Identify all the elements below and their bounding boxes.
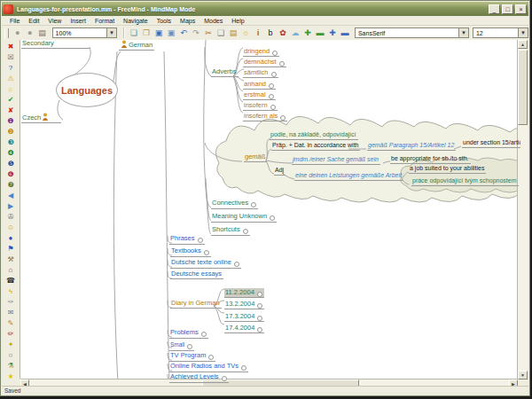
node-czech[interactable]: Czech [21,113,61,123]
maximize-button[interactable]: □ [502,4,513,14]
idea-icon[interactable]: ☼ [5,84,16,95]
italic-button[interactable]: i [252,27,264,39]
magnifier-icon[interactable]: ○ [5,350,16,361]
save-as-button[interactable]: ▣ [165,27,177,39]
scroll-down-icon[interactable]: ▼ [518,371,528,379]
warning-icon[interactable]: ⚠ [5,74,16,84]
prev-map-button[interactable]: ● [12,27,24,39]
zoom-select[interactable]: 100% ▼ [52,27,117,38]
node-adverb-item[interactable]: demnächst [243,51,287,62]
root-node[interactable]: Languages [56,73,118,107]
attach-icon[interactable]: ✇ [5,212,16,223]
priority-5-icon[interactable]: ❺ [5,159,16,169]
node-podle[interactable]: podle, na základě, odpovídající [270,131,358,140]
not-icon[interactable]: ✘ [5,106,16,116]
toolbar-grip[interactable] [4,28,9,38]
menu-item[interactable]: View [43,18,66,24]
cut-button[interactable]: ✂ [202,27,215,39]
idea-button[interactable]: ☼ [239,27,252,39]
vertical-scroll-thumb[interactable] [518,50,528,125]
priority-6-icon[interactable]: ❻ [5,169,16,180]
node-phrases[interactable]: Phrases [169,235,205,245]
node-adverb-item[interactable]: insofern [243,95,287,106]
node-prace[interactable]: práce odpovídající tvým schopnostem [411,177,519,186]
ball-icon[interactable]: ● [5,233,16,244]
node-german[interactable]: German [119,40,154,51]
vertical-scrollbar[interactable]: ▲ ▼ [517,40,528,379]
title-bar[interactable]: Languages-for-presentation.mm - FreeMind… [2,2,528,16]
open-button[interactable]: ❐ [140,27,153,39]
node-diary-date[interactable]: 17.3.2004 [224,306,264,317]
priority-7-icon[interactable]: ❼ [5,180,16,191]
menu-item[interactable]: Maps [176,18,200,24]
redo-button[interactable]: ↷ [190,27,202,39]
node-praep[interactable]: Präp. + Dat. in accordance with [271,142,360,151]
font-size-select[interactable]: 12 ▼ [473,27,528,38]
node-textbooks[interactable]: Textbooks [170,247,211,257]
new-map-button[interactable]: ❏ [128,27,140,39]
menu-item[interactable]: Format [90,18,119,24]
trash-icon[interactable]: ☒ [5,52,16,63]
expand-button[interactable]: ✚ [301,27,314,39]
expand-all-button[interactable]: ✚ [326,27,339,39]
mail-icon[interactable]: ✉ [5,308,16,318]
menu-item[interactable]: File [5,18,24,24]
menu-item[interactable]: Insert [66,18,90,24]
node-online-radios[interactable]: Online Radios and TVs [169,363,248,372]
home-icon[interactable]: ⌂ [5,265,16,276]
node-adverb-item[interactable]: anhand [243,74,287,84]
copy-button[interactable]: ❑ [215,27,227,39]
menu-item[interactable]: Edit [24,18,43,24]
bold-button[interactable]: b [264,27,277,39]
menu-item[interactable]: Help [227,18,248,24]
smiley-icon[interactable]: ☺ [5,223,16,233]
chevron-down-icon[interactable]: ▼ [458,28,468,37]
node-dutsche-texte[interactable]: Dutsche texte online [170,259,241,269]
node-diary-date[interactable]: 11.2.2004 [224,282,264,293]
chevron-down-icon[interactable]: ▼ [106,28,116,37]
node-adverb-item[interactable]: erstmal [243,84,287,95]
remove-icon[interactable]: ✖ [5,42,16,52]
priority-1-icon[interactable]: ❶ [5,116,16,127]
forward-icon[interactable]: ▶ [5,201,16,212]
node-adverb-item[interactable]: insofern als [243,106,287,116]
node-diary[interactable]: Diary in German [170,300,222,309]
paste-button[interactable]: ▤ [227,27,239,39]
menu-item[interactable]: Tools [153,18,176,24]
bookmark-icon[interactable]: ⚑ [5,244,16,254]
collapse-button[interactable]: ▬ [314,27,326,39]
help-icon[interactable]: ? [5,63,16,74]
collapse-all-button[interactable]: ▬ [339,27,351,39]
node-connectives[interactable]: Connectives [211,200,258,209]
node-problems[interactable]: Problems [169,329,208,339]
node-adverb-item[interactable]: dringend [243,41,287,51]
next-map-button[interactable]: ● [24,27,36,39]
menu-item[interactable]: Navigate [119,18,153,24]
node-adverbs[interactable]: Adverbs [211,68,239,77]
node-secondary[interactable]: Secondary [21,40,90,49]
cloud-button[interactable]: ☁ [289,27,301,39]
clip-icon[interactable]: ✑ [5,297,16,308]
pen-icon[interactable]: ✏ [5,329,16,340]
undo-button[interactable]: ↶ [177,27,190,39]
star-icon[interactable]: ★ [5,372,16,382]
node-under-section[interactable]: under section 15/articl [462,139,520,148]
font-select[interactable]: SansSerif ▼ [355,27,469,38]
minimize-button[interactable]: _ [489,4,500,14]
phone-icon[interactable]: ☎ [5,276,16,286]
close-button[interactable]: × [515,4,527,14]
map-canvas[interactable]: Languages Secondary Czech German Adverbs… [20,40,520,383]
yes-icon[interactable]: ✔ [5,95,16,106]
node-jmdm[interactable]: jmdm./einer Sache gemäß sein [292,156,380,165]
menu-item[interactable]: Modes [200,18,227,24]
node-achieved-levels[interactable]: Achieved Levels [169,373,229,383]
priority-4-icon[interactable]: ❹ [5,148,16,159]
scroll-up-icon[interactable]: ▲ [518,40,528,49]
tool-icon[interactable]: ⚒ [5,254,16,265]
node-shortcuts[interactable]: Shortcuts [211,226,250,236]
node-gemass[interactable]: gemäß [244,153,267,162]
bottle-icon[interactable]: ⚗ [5,361,16,372]
node-diary-date[interactable]: 17.4.2004 [224,317,264,329]
node-meaning-unknown[interactable]: Meaning Unknown [211,213,277,223]
priority-2-icon[interactable]: ❷ [5,127,16,137]
